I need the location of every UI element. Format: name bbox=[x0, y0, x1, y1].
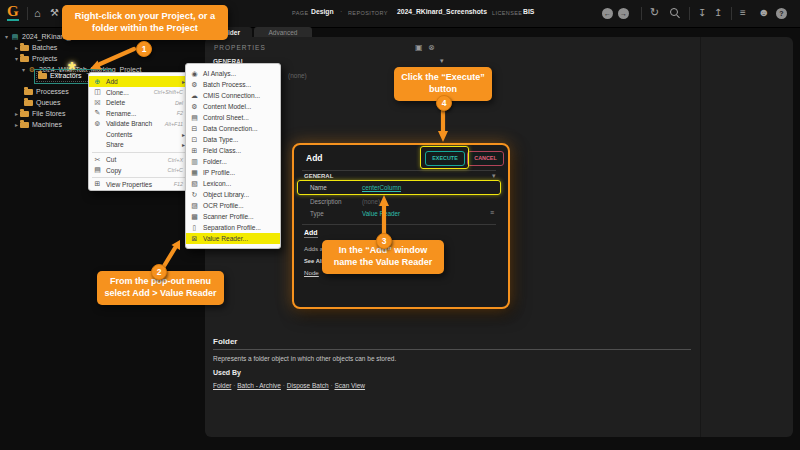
menu-label: View Properties bbox=[106, 181, 152, 188]
link-separator: · bbox=[330, 382, 332, 389]
chevron-right-icon[interactable]: ▸ bbox=[13, 121, 20, 128]
home-icon[interactable]: ⌂ bbox=[34, 5, 41, 21]
description-field-value[interactable]: (none) bbox=[362, 198, 380, 205]
chevron-down-icon[interactable]: ▾ bbox=[20, 66, 27, 73]
grooper-logo-icon: G bbox=[7, 3, 19, 21]
menu-item-cut[interactable]: ✂ Cut Ctrl+X bbox=[89, 154, 188, 165]
search-icon[interactable] bbox=[670, 8, 678, 16]
folder-icon bbox=[20, 122, 29, 128]
menu-item-clone[interactable]: ◫ Clone... Ctrl+Shift+C bbox=[89, 87, 188, 98]
submenu-item-data-connection[interactable]: ⊟ Data Connection... bbox=[186, 123, 280, 134]
repositories-icon[interactable]: ≡ bbox=[740, 5, 746, 21]
menu-shortcut: Alt+F11 bbox=[165, 121, 183, 127]
chevron-down-icon[interactable]: ▾ bbox=[492, 172, 496, 180]
divider bbox=[641, 7, 642, 20]
refresh-icon[interactable]: ↻ bbox=[650, 4, 659, 20]
submenu-item-ip-profile[interactable]: ▦ IP Profile... bbox=[186, 167, 280, 178]
menu-item-add[interactable]: ⊕ Add ▸ bbox=[89, 76, 188, 87]
help-icon[interactable]: ? bbox=[776, 8, 787, 19]
lexicon-icon: ▧ bbox=[190, 180, 199, 188]
tree-item-projects[interactable]: ▾ Projects bbox=[13, 53, 57, 64]
menu-item-delete[interactable]: ☒ Delete Del bbox=[89, 97, 188, 108]
submenu-item-ai-analyst[interactable]: ◉ AI Analys... bbox=[186, 68, 280, 79]
folder-icon bbox=[24, 100, 33, 106]
submenu-item-object-library[interactable]: ↻ Object Library... bbox=[186, 189, 280, 200]
link-separator: · bbox=[283, 382, 285, 389]
see-also-node-link[interactable]: Node bbox=[304, 269, 319, 276]
separation-profile-icon: ▯ bbox=[190, 224, 199, 232]
menu-item-contents[interactable]: Contents ▸ bbox=[89, 129, 188, 140]
menu-separator bbox=[92, 152, 185, 153]
chevron-right-icon[interactable]: ▸ bbox=[13, 110, 20, 117]
dialog-title: Add bbox=[306, 153, 323, 163]
menu-label: Value Reader... bbox=[203, 235, 248, 242]
repository-value: 2024_RKinard_Screenshots bbox=[397, 8, 487, 15]
chevron-down-icon[interactable]: ▾ bbox=[3, 33, 10, 40]
save-icon[interactable]: ▣ bbox=[415, 43, 423, 52]
menu-item-rename[interactable]: ✎ Rename... F2 bbox=[89, 108, 188, 119]
batch-process-icon: ⚙ bbox=[190, 81, 199, 89]
callout-2-badge: 2 bbox=[151, 264, 167, 280]
help-body: Represents a folder object in which othe… bbox=[213, 355, 396, 362]
user-icon[interactable]: ☻ bbox=[758, 4, 770, 20]
submenu-item-field-class[interactable]: ⊞ Field Class... bbox=[186, 145, 280, 156]
type-field-value[interactable]: Value Reader bbox=[362, 210, 400, 217]
submenu-item-separation-profile[interactable]: ▯ Separation Profile... bbox=[186, 222, 280, 233]
menu-item-copy[interactable]: ▤ Copy Ctrl+C bbox=[89, 165, 188, 176]
download-icon[interactable]: ↧ bbox=[698, 5, 706, 21]
divider bbox=[731, 7, 732, 20]
link-batch-archive[interactable]: Batch - Archive bbox=[237, 382, 281, 389]
menu-item-view-properties[interactable]: ⊞ View Properties F12 bbox=[89, 179, 188, 190]
context-menu: ⊕ Add ▸ ◫ Clone... Ctrl+Shift+C ☒ Delete… bbox=[88, 72, 189, 191]
description-field-label: Description bbox=[310, 198, 342, 205]
tab-advanced[interactable]: Advanced bbox=[254, 27, 312, 37]
link-folder[interactable]: Folder bbox=[213, 382, 231, 389]
submenu-item-value-reader[interactable]: ⊠ Value Reader... bbox=[186, 233, 280, 244]
menu-item-validate-branch[interactable]: ⊚ Validate Branch Alt+F11 bbox=[89, 118, 188, 129]
submenu-item-cmis-connection[interactable]: ☁ CMIS Connection... bbox=[186, 90, 280, 101]
callout-4-badge: 4 bbox=[436, 95, 452, 111]
submenu-item-lexicon[interactable]: ▧ Lexicon... bbox=[186, 178, 280, 189]
menu-shortcut: Ctrl+X bbox=[168, 157, 183, 163]
chevron-down-icon[interactable]: ▾ bbox=[440, 57, 444, 65]
dialog-help-text: Adds a bbox=[304, 245, 323, 252]
delete-icon: ☒ bbox=[93, 99, 102, 107]
menu-item-share[interactable]: Share ▸ bbox=[89, 139, 188, 150]
chevron-down-icon[interactable]: ▾ bbox=[13, 55, 20, 62]
folder-icon bbox=[38, 73, 47, 79]
folder-icon bbox=[24, 89, 33, 95]
tree-label: Batches bbox=[32, 44, 57, 51]
cancel-button[interactable]: CANCEL bbox=[467, 151, 504, 166]
ip-profile-icon: ▦ bbox=[190, 169, 199, 177]
submenu-item-data-type[interactable]: ⊡ Data Type... bbox=[186, 134, 280, 145]
tree-item-processes[interactable]: Processes bbox=[24, 86, 69, 97]
submenu-item-ocr-profile[interactable]: ▨ OCR Profile... bbox=[186, 200, 280, 211]
tree-item-queues[interactable]: Queues bbox=[24, 97, 61, 108]
tree-item-file-stores[interactable]: ▸ File Stores bbox=[13, 108, 65, 119]
menu-shortcut: F12 bbox=[174, 181, 183, 187]
forward-icon[interactable]: → bbox=[618, 8, 629, 19]
cut-icon: ✂ bbox=[93, 156, 102, 164]
properties-none-value: (none) bbox=[288, 72, 307, 79]
submenu-item-folder[interactable]: ▥ Folder... bbox=[186, 156, 280, 167]
back-icon[interactable]: ← bbox=[602, 8, 613, 19]
link-dispose-batch[interactable]: Dispose Batch bbox=[287, 382, 329, 389]
menu-label: Folder... bbox=[203, 158, 227, 165]
name-row-highlight-outline bbox=[297, 180, 501, 195]
link-scan-view[interactable]: Scan View bbox=[334, 382, 365, 389]
tree-item-batches[interactable]: ▸ Batches bbox=[13, 42, 57, 53]
meta-separator: · bbox=[340, 8, 342, 15]
upload-icon[interactable]: ↥ bbox=[714, 5, 722, 21]
hamburger-icon[interactable]: ≡ bbox=[490, 209, 494, 216]
callout-1: Right-click on your Project, or a folder… bbox=[62, 5, 228, 40]
submenu-item-scanner-profile[interactable]: ▩ Scanner Profile... bbox=[186, 211, 280, 222]
arrow-2-head bbox=[172, 240, 181, 250]
menu-shortcut: Del bbox=[175, 100, 183, 106]
tree-item-machines[interactable]: ▸ Machines bbox=[13, 119, 62, 130]
close-icon[interactable]: ⊗ bbox=[428, 43, 435, 52]
submenu-item-control-sheet[interactable]: ▤ Control Sheet... bbox=[186, 112, 280, 123]
design-tools-icon[interactable]: ⚒ bbox=[50, 5, 59, 21]
chevron-right-icon[interactable]: ▸ bbox=[13, 44, 20, 51]
submenu-item-batch-process[interactable]: ⚙ Batch Process... bbox=[186, 79, 280, 90]
submenu-item-content-model[interactable]: ⚙ Content Model... bbox=[186, 101, 280, 112]
